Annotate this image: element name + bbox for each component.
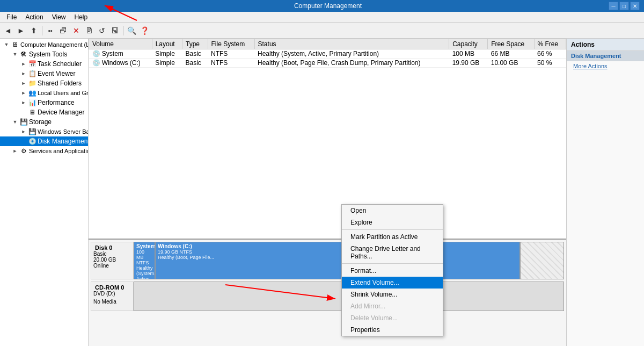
context-menu-item[interactable]: Change Drive Letter and Paths... — [342, 243, 443, 262]
toolbar-new-window[interactable]: 🗗 — [57, 25, 69, 37]
toolbar-sep1 — [42, 26, 42, 35]
sidebar-label-windows-backup: Windows Server Backup — [38, 128, 89, 135]
windows-partition-size: 19.90 GB NTFS — [158, 249, 517, 255]
sidebar-item-disk-management[interactable]: 💿 Disk Management — [0, 136, 88, 146]
context-menu-item[interactable]: Properties — [342, 324, 443, 336]
title-bar: Computer Management ─ □ ✕ — [0, 0, 644, 12]
toolbar-forward[interactable]: ► — [15, 25, 27, 37]
col-status[interactable]: Status — [254, 39, 449, 49]
toolbar-back[interactable]: ◄ — [2, 25, 14, 37]
toolbar-show-hide[interactable]: ▪▪ — [45, 25, 56, 37]
system-tools-icon: 🛠 — [19, 50, 28, 59]
context-menu-separator — [342, 263, 443, 264]
cdrom0-status: No Media — [93, 299, 131, 305]
local-users-icon: 👥 — [28, 89, 36, 97]
menu-bar: File Action View Help — [0, 12, 644, 23]
sidebar-label-event-viewer: Event Viewer — [38, 70, 75, 77]
sidebar-label-local-users: Local Users and Groups — [38, 90, 89, 96]
toolbar-sep2 — [123, 26, 123, 35]
minimize-button[interactable]: ─ — [609, 2, 618, 10]
col-volume[interactable]: Volume — [89, 39, 152, 49]
windows-partition-name: Windows (C:) — [158, 243, 517, 249]
expand-shared-folders: ► — [19, 81, 28, 86]
sidebar-item-device-manager[interactable]: 🖥 Device Manager — [0, 107, 88, 117]
sidebar-label-root: Computer Management (Local — [20, 41, 89, 48]
context-menu: OpenExploreMark Partition as ActiveChang… — [341, 204, 443, 336]
disk0-windows-partition[interactable]: Windows (C:) 19.90 GB NTFS Healthy (Boot… — [156, 242, 521, 279]
disk-management-icon: 💿 — [28, 137, 36, 146]
cell-capacity: 100 MB — [449, 49, 488, 59]
context-menu-item[interactable]: Open — [342, 205, 443, 217]
col-freespace[interactable]: Free Space — [488, 39, 534, 49]
cell-fs: NTFS — [208, 59, 254, 68]
context-menu-item: Add Mirror... — [342, 300, 443, 312]
toolbar-properties[interactable]: 🖹 — [83, 25, 95, 37]
sidebar-item-windows-backup[interactable]: ► 💾 Windows Server Backup — [0, 127, 88, 136]
context-menu-item[interactable]: Format... — [342, 265, 443, 277]
system-partition-name: System — [136, 243, 152, 249]
task-scheduler-icon: 📅 — [28, 60, 36, 68]
col-type[interactable]: Type — [182, 39, 208, 49]
more-actions-link[interactable]: More Actions — [567, 61, 644, 71]
menu-file[interactable]: File — [2, 12, 21, 22]
cell-layout: Simple — [152, 49, 182, 59]
toolbar-help[interactable]: ❓ — [138, 25, 150, 37]
toolbar-refresh[interactable]: ↺ — [96, 25, 108, 37]
sidebar-item-root[interactable]: ▼ 🖥 Computer Management (Local — [0, 40, 88, 49]
expand-local-users: ► — [19, 90, 28, 96]
close-button[interactable]: ✕ — [630, 2, 640, 10]
cell-type: Basic — [182, 49, 208, 59]
sidebar-item-performance[interactable]: ► 📊 Performance — [0, 98, 88, 107]
expand-windows-backup: ► — [19, 129, 28, 134]
system-partition-size: 100 MB NTFS — [136, 249, 152, 265]
context-menu-item[interactable]: Shrink Volume... — [342, 289, 443, 300]
cell-volume: 💿 System — [89, 49, 152, 59]
toolbar-search[interactable]: 🔍 — [126, 25, 137, 37]
windows-partition-status: Healthy (Boot, Page File... — [158, 255, 517, 260]
sidebar-item-event-viewer[interactable]: ► 📋 Event Viewer — [0, 69, 88, 78]
actions-section-title: Disk Management — [567, 51, 644, 61]
cell-volume: 💿 Windows (C:) — [89, 59, 152, 68]
sidebar-item-local-users[interactable]: ► 👥 Local Users and Groups — [0, 88, 88, 98]
actions-panel: Actions Disk Management More Actions — [566, 39, 644, 346]
toolbar-export[interactable]: 🖫 — [109, 25, 121, 37]
cell-layout: Simple — [152, 59, 182, 68]
sidebar-item-storage[interactable]: ▼ 💾 Storage — [0, 117, 88, 127]
context-menu-item[interactable]: Explore — [342, 217, 443, 228]
maximize-button[interactable]: □ — [619, 2, 629, 10]
menu-action[interactable]: Action — [21, 12, 47, 22]
disk0-type: Basic — [93, 251, 131, 257]
context-menu-separator — [342, 229, 443, 230]
col-pctfree[interactable]: % Free — [534, 39, 566, 49]
col-layout[interactable]: Layout — [152, 39, 182, 49]
table-row[interactable]: 💿 System Simple Basic NTFS Healthy (Syst… — [89, 49, 566, 59]
context-menu-item[interactable]: Mark Partition as Active — [342, 231, 443, 243]
disk0-row: Disk 0 Basic 20.00 GB Online System 100 … — [91, 242, 564, 279]
disk0-system-partition[interactable]: System 100 MB NTFS Healthy (System, Acti… — [134, 242, 156, 279]
expand-system-tools: ▼ — [11, 52, 19, 57]
col-capacity[interactable]: Capacity — [449, 39, 488, 49]
expand-task-scheduler: ► — [19, 61, 28, 67]
sidebar-item-task-scheduler[interactable]: ► 📅 Task Scheduler — [0, 59, 88, 69]
shared-folders-icon: 📁 — [28, 79, 36, 88]
sidebar: ▼ 🖥 Computer Management (Local ▼ 🛠 Syste… — [0, 39, 89, 346]
toolbar-up[interactable]: ⬆ — [28, 25, 40, 37]
sidebar-label-shared-folders: Shared Folders — [38, 80, 82, 87]
sidebar-item-services[interactable]: ► ⚙ Services and Applications — [0, 146, 88, 156]
volume-table-area[interactable]: Volume Layout Type File System Status Ca… — [89, 39, 566, 239]
disk-visual-area: Disk 0 Basic 20.00 GB Online System 100 … — [89, 239, 566, 346]
sidebar-label-system-tools: System Tools — [29, 51, 67, 58]
sidebar-label-storage: Storage — [29, 118, 52, 126]
menu-view[interactable]: View — [48, 12, 70, 22]
system-partition-status: Healthy (System, Active, Primary Partiti… — [136, 265, 152, 279]
device-manager-icon: 🖥 — [28, 108, 36, 117]
col-fs[interactable]: File System — [208, 39, 254, 49]
sidebar-item-shared-folders[interactable]: ► 📁 Shared Folders — [0, 78, 88, 88]
toolbar-delete[interactable]: ✕ — [70, 25, 82, 37]
sidebar-item-system-tools[interactable]: ▼ 🛠 System Tools — [0, 49, 88, 59]
context-menu-item[interactable]: Extend Volume... — [342, 277, 443, 289]
windows-backup-icon: 💾 — [28, 127, 36, 136]
menu-help[interactable]: Help — [70, 12, 92, 22]
table-row[interactable]: 💿 Windows (C:) Simple Basic NTFS Healthy… — [89, 59, 566, 68]
sidebar-label-task-scheduler: Task Scheduler — [38, 60, 82, 68]
